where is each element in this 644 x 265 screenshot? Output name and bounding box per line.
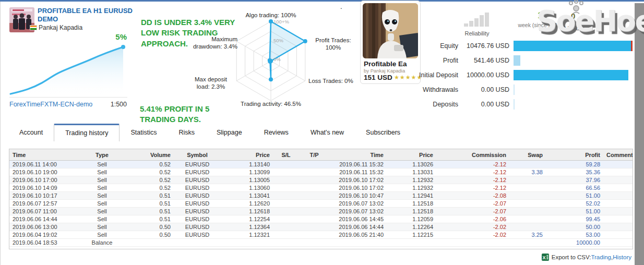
cell-price: 1.13099 [221, 168, 273, 176]
cell-profit: 37.96 [546, 176, 603, 184]
cell-comment [603, 223, 633, 231]
cell-t-p [299, 208, 329, 215]
column-header-price: Price [221, 149, 273, 161]
cell-symbol: EURUSD [174, 215, 221, 223]
cell-commission: -2.02 [436, 231, 509, 239]
tab-subscribers[interactable]: Subscribers [355, 124, 411, 141]
stat-bar-zone [514, 70, 633, 80]
cell-volume: 0.52 [129, 168, 174, 176]
export-row: X Export to CSV: Trading , History [542, 254, 631, 261]
cell-commission: -2.07 [436, 200, 509, 208]
signal-title[interactable]: PROFITABLE EA H1 EURUSD DEMO [38, 7, 147, 24]
cell-time: 2019.06.10 10:47 [329, 192, 387, 200]
tab-what-s-new[interactable]: What's new [300, 124, 355, 141]
cell-time: 2019.06.11 15:32 [329, 168, 387, 176]
radar-point-trading-activity [269, 77, 273, 81]
radar-label-algo-trading: Algo trading: 100% [219, 12, 323, 19]
tab-account[interactable]: Account [8, 124, 54, 141]
cell-price [387, 239, 436, 247]
cell-symbol: EURUSD [174, 223, 221, 231]
cell-swap [509, 184, 546, 192]
cell-commission: -2.06 [436, 215, 509, 223]
export-link-trading[interactable]: Trading [591, 254, 611, 260]
cell-profit: 52.02 [546, 200, 603, 208]
tab-statistics[interactable]: Statistics [120, 124, 168, 141]
cell-price: 1.13005 [221, 176, 273, 184]
tab-reviews[interactable]: Reviews [253, 124, 300, 141]
cell-time: 2019.06.04 19:02 [9, 231, 75, 239]
cell-type: Sell [75, 231, 129, 239]
signal-bars-icon [464, 13, 490, 27]
cell-comment [603, 215, 633, 223]
cell-price: 1.12932 [387, 176, 436, 184]
export-link-history[interactable]: History [613, 254, 631, 260]
svg-text:X: X [542, 255, 545, 260]
column-header-t-p: T/P [299, 149, 329, 161]
cell-s-l [273, 239, 299, 247]
cell-type: Sell [75, 184, 129, 192]
cell-time: 2019.06.05 21:40 [329, 231, 387, 239]
cell-s-l [273, 168, 299, 176]
stat-row-equity: Equity10476.76 USD [397, 39, 633, 53]
stat-value: 0.00 USD [458, 86, 509, 93]
radar-point-maximum-drawdown [268, 58, 272, 63]
cell-swap: 3.25 [509, 231, 546, 239]
table-row: 2019.06.10 10:17Sell0.51EURUSD1.13041201… [9, 192, 633, 200]
cell-price: 1.13026 [387, 161, 436, 168]
growth-endpoint-dot [121, 45, 125, 49]
cell-time: 2019.06.11 15:32 [329, 161, 387, 168]
stat-bar [514, 41, 633, 51]
cell-time: 2019.06.07 12:57 [9, 200, 75, 208]
stat-label: Initial Deposit [397, 71, 458, 79]
radar-label-profit-trades: Profit Trades: 100% [308, 37, 358, 52]
stat-label: Equity [397, 42, 458, 50]
table-row: 2019.06.06 13:00Sell0.50EURUSD1.12364201… [9, 223, 633, 231]
stat-bar-zone [514, 85, 633, 95]
cell-price: 1.12254 [221, 215, 273, 223]
table-row: 2019.06.10 19:00Sell0.52EURUSD1.13099201… [9, 168, 633, 176]
cell-time: 2019.06.11 14:00 [9, 161, 75, 168]
cell-time: 2019.06.07 11:00 [9, 208, 75, 215]
cell-s-l [273, 231, 299, 239]
cell-time: 2019.06.07 13:02 [329, 208, 387, 215]
cell-type: Sell [75, 223, 129, 231]
cell-volume: 0.51 [129, 215, 174, 223]
tab-risks[interactable]: Risks [168, 124, 206, 141]
radar-label-trading-activity: Trading activity: 46.5% [219, 101, 323, 108]
column-header-commission: Commission [436, 149, 509, 161]
cell-time: 2019.06.07 13:02 [329, 200, 387, 208]
cell-profit: 53.00 [546, 231, 603, 239]
cell-time: 2019.06.06 14:45 [329, 215, 387, 223]
radar-chart [206, 6, 337, 107]
radar-label-maximum-drawdown: Maximum drawdown: 3.4% [179, 36, 237, 51]
product-price: 151 USD [364, 74, 392, 81]
stat-row-initial-deposit: Initial Deposit10000.00 USD [397, 68, 633, 82]
cell-s-l [273, 192, 299, 200]
stats-list: Equity10476.76 USDProfit541.46 USDInitia… [397, 39, 633, 112]
table-row: 2019.06.04 19:02Sell0.50EURUSD1.12321201… [9, 231, 633, 239]
table-body: 2019.06.11 14:00Sell0.52EURUSD1.13140201… [9, 161, 633, 247]
stat-bar [514, 55, 520, 66]
radar-label-profit-trades-l1: Profit Trades: [308, 37, 358, 44]
cell-t-p [299, 161, 329, 168]
signal-author[interactable]: Pankaj Kapadia [39, 24, 82, 31]
column-header-time: Time [329, 149, 387, 161]
column-header-type: Type [75, 149, 129, 161]
stat-row-deposits: Deposits0.00 USD [397, 97, 633, 112]
cell-comment [603, 239, 633, 247]
watermark-text: SoeHoe [536, 4, 644, 38]
tab-slippage[interactable]: Slippage [206, 124, 253, 141]
leverage-value: 1:500 [63, 101, 127, 108]
cell-t-p [299, 239, 329, 247]
stat-row-withdrawals: Withdrawals0.00 USD [397, 82, 633, 97]
cell-type: Sell [75, 176, 129, 184]
tab-trading-history[interactable]: Trading history [54, 124, 120, 141]
cell-commission: -2.12 [436, 161, 509, 168]
cell-type: Sell [75, 215, 129, 223]
cell-profit: 59.28 [546, 161, 603, 168]
column-header-time: Time [9, 149, 75, 161]
cell-commission [436, 239, 509, 247]
cell-volume: 0.50 [129, 223, 174, 231]
cell-swap [509, 215, 546, 223]
cell-t-p [299, 168, 329, 176]
